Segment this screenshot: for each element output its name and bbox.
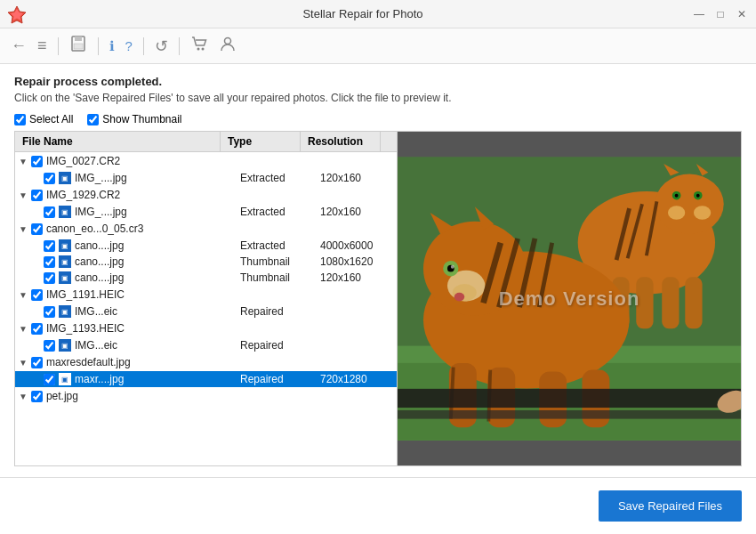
svg-point-7 [224, 38, 230, 44]
group-name: maxresdefault.jpg [46, 356, 131, 368]
app-logo [7, 4, 27, 24]
back-icon[interactable]: ← [11, 36, 27, 55]
col-type: Type [221, 132, 301, 151]
cell-name: ▣ IMG...eic [15, 305, 237, 318]
cell-type: Extracted [237, 206, 317, 218]
cell-name: ▣ maxr....jpg [15, 373, 237, 385]
svg-rect-3 [75, 36, 82, 41]
divider-1 [58, 37, 59, 55]
group-row[interactable]: ▼ canon_eo...0_05.cr3 [15, 220, 397, 238]
row-checkbox[interactable] [44, 374, 55, 385]
chevron-icon: ▼ [19, 324, 28, 334]
cart-icon[interactable] [190, 35, 208, 57]
chevron-icon: ▼ [19, 358, 28, 368]
group-row[interactable]: ▼ IMG_1929.CR2 [15, 186, 397, 204]
table-row[interactable]: ▣ maxr....jpg Repaired 720x1280 [15, 371, 397, 387]
chevron-icon: ▼ [19, 224, 28, 234]
cell-name: ▣ cano....jpg [15, 255, 237, 268]
cell-resolution: 4000x6000 [317, 239, 397, 252]
group-checkbox[interactable] [31, 156, 43, 167]
select-all-checkbox[interactable] [14, 114, 26, 125]
row-checkbox[interactable] [44, 206, 55, 218]
window-controls: — □ ✕ [692, 7, 749, 21]
group-checkbox[interactable] [31, 289, 43, 301]
cell-type: Thumbnail [237, 271, 317, 284]
col-filename: File Name [15, 132, 221, 151]
group-checkbox[interactable] [31, 391, 43, 402]
group-row[interactable]: ▼ pet.jpg [15, 387, 397, 405]
row-checkbox[interactable] [44, 256, 55, 268]
cell-resolution: 120x160 [317, 206, 397, 218]
close-button[interactable]: ✕ [735, 7, 749, 21]
row-checkbox[interactable] [44, 240, 55, 252]
row-checkbox[interactable] [44, 173, 55, 184]
file-list[interactable]: ▼ IMG_0027.CR2 ▣ IMG_....jpg Extracted 1… [15, 152, 397, 465]
table-row[interactable]: ▣ IMG...eic Repaired [15, 337, 397, 353]
row-checkbox[interactable] [44, 306, 55, 318]
group-row[interactable]: ▼ IMG_0027.CR2 [15, 152, 397, 170]
group-name: IMG_0027.CR2 [46, 155, 120, 167]
col-resolution: Resolution [301, 132, 381, 151]
table-row[interactable]: ▣ IMG_....jpg Extracted 120x160 [15, 170, 397, 186]
chevron-icon: ▼ [19, 190, 28, 200]
cell-name: ▣ cano....jpg [15, 239, 237, 252]
chevron-icon: ▼ [19, 157, 28, 166]
menu-icon[interactable]: ≡ [37, 36, 47, 55]
info-icon[interactable]: ℹ [109, 38, 115, 54]
select-all-label[interactable]: Select All [14, 113, 73, 125]
cell-name: ▣ IMG_....jpg [15, 172, 237, 184]
table-row[interactable]: ▣ cano....jpg Extracted 4000x6000 [15, 238, 397, 254]
cell-name: ▣ IMG...eic [15, 339, 237, 352]
group-name: canon_eo...0_05.cr3 [46, 222, 143, 235]
cell-type: Extracted [237, 239, 317, 252]
table-row[interactable]: ▣ cano....jpg Thumbnail 120x160 [15, 270, 397, 286]
save-icon[interactable] [69, 35, 87, 57]
account-icon[interactable] [219, 35, 237, 57]
cell-type: Extracted [237, 172, 317, 184]
group-checkbox[interactable] [31, 190, 43, 201]
table-row[interactable]: ▣ cano....jpg Thumbnail 1080x1620 [15, 254, 397, 270]
file-name: IMG_....jpg [75, 172, 127, 184]
file-icon: ▣ [59, 255, 71, 268]
minimize-button[interactable]: — [692, 7, 706, 21]
group-checkbox[interactable] [31, 357, 43, 368]
cell-type: Repaired [237, 339, 317, 352]
app-title: Stellar Repair for Photo [34, 7, 692, 20]
content-area: File Name Type Resolution ▼ IMG_0027.CR2… [14, 131, 742, 466]
group-row[interactable]: ▼ IMG_1191.HEIC [15, 286, 397, 303]
group-name: IMG_1191.HEIC [46, 288, 125, 301]
maximize-button[interactable]: □ [713, 7, 728, 21]
group-row[interactable]: ▼ maxresdefault.jpg [15, 353, 397, 371]
file-panel: File Name Type Resolution ▼ IMG_0027.CR2… [15, 132, 398, 465]
undo-icon[interactable]: ↺ [155, 36, 168, 56]
svg-point-5 [197, 48, 199, 51]
cell-resolution: 120x160 [317, 271, 397, 284]
preview-panel: Demo Version [398, 132, 741, 465]
group-checkbox[interactable] [31, 323, 43, 335]
svg-point-6 [201, 48, 204, 51]
cell-name: ▣ IMG_....jpg [15, 206, 237, 218]
divider-2 [98, 37, 99, 55]
svg-rect-4 [74, 44, 83, 49]
row-checkbox[interactable] [44, 340, 55, 352]
group-row[interactable]: ▼ IMG_1193.HEIC [15, 320, 397, 337]
file-name: IMG...eic [75, 305, 117, 318]
cell-type: Repaired [237, 305, 317, 318]
table-header: File Name Type Resolution [15, 132, 397, 152]
group-name: IMG_1929.CR2 [46, 189, 120, 201]
title-bar: Stellar Repair for Photo — □ ✕ [0, 0, 756, 28]
help-icon[interactable]: ? [125, 38, 133, 53]
table-row[interactable]: ▣ IMG...eic Repaired [15, 303, 397, 320]
col-scroll [381, 132, 397, 151]
show-thumbnail-label[interactable]: Show Thumbnail [87, 113, 181, 125]
divider-3 [143, 37, 144, 55]
cell-resolution: 720x1280 [317, 373, 397, 385]
show-thumbnail-checkbox[interactable] [87, 114, 99, 125]
file-icon: ▣ [59, 305, 71, 318]
divider-4 [179, 37, 180, 55]
save-repaired-files-button[interactable]: Save Repaired Files [599, 490, 742, 522]
file-name: cano....jpg [75, 255, 124, 268]
group-checkbox[interactable] [31, 223, 43, 235]
table-row[interactable]: ▣ IMG_....jpg Extracted 120x160 [15, 204, 397, 220]
row-checkbox[interactable] [44, 272, 55, 284]
